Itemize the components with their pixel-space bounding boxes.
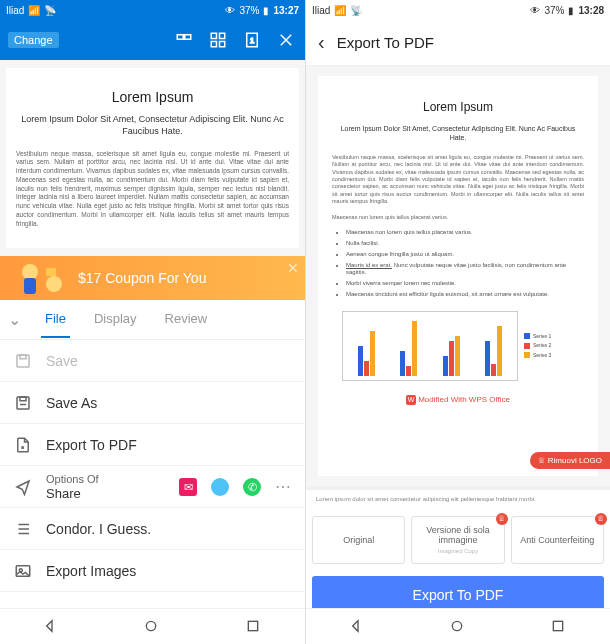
tab-bar: ⌄ File Display Review (0, 300, 305, 340)
recent-icon[interactable] (245, 618, 263, 636)
svg-point-25 (452, 621, 461, 630)
svg-rect-1 (185, 35, 191, 40)
menu-condor[interactable]: Condor. I Guess. (0, 508, 305, 550)
status-bar: Iliad 📶 📡 👁 37% ▮ 13:28 (306, 0, 610, 20)
back-icon[interactable] (348, 618, 366, 636)
premium-badge-icon: ♕ (496, 513, 508, 525)
chart-plot (342, 311, 518, 381)
back-icon[interactable]: ‹ (318, 31, 325, 54)
android-nav-bar (306, 608, 610, 644)
doc-bullet: Mauris id ex erat. Nunc vulputate neque … (346, 262, 584, 278)
wps-icon: W (406, 395, 416, 405)
doc-bullet: Nulla facilisi. (346, 240, 584, 248)
option-anticounterfeit[interactable]: Anti Counterfeiting ♕ (511, 516, 604, 564)
svg-rect-11 (24, 278, 36, 294)
mail-icon[interactable]: ✉ (179, 478, 197, 496)
list-icon (14, 520, 32, 538)
recent-icon[interactable] (550, 618, 568, 636)
menu-export-images[interactable]: Export Images (0, 550, 305, 592)
bar-group (400, 321, 417, 376)
svg-rect-2 (211, 33, 216, 38)
eye-icon: 👁 (225, 5, 235, 16)
option-original[interactable]: Original (312, 516, 405, 564)
document-area[interactable]: Lorem Ipsum Lorem Ipsum Dolor Sit Amet, … (0, 60, 305, 256)
doc-paragraph: Maecenas non lorem quis tellus placerat … (332, 214, 584, 221)
more-icon[interactable]: ⋯ (275, 477, 291, 496)
legend-item: Series 1 (524, 333, 574, 340)
save-as-icon (14, 394, 32, 412)
doc-bullet: Maecenas non lorem quis tellus placerat … (346, 229, 584, 237)
home-icon[interactable] (143, 618, 161, 636)
bar (455, 336, 460, 376)
menu-label: Share (46, 486, 165, 501)
preview-page: Lorem Ipsum Lorem Ipsum Dolor Sit Amet, … (318, 76, 598, 476)
grid-icon[interactable] (207, 29, 229, 51)
menu-label: Options Of (46, 473, 165, 486)
svg-rect-13 (46, 268, 56, 276)
coupon-illustration (10, 258, 70, 298)
cloud-icon[interactable] (211, 478, 229, 496)
doc-bullet: Morbi viverra semper lorem nec molestie. (346, 280, 584, 288)
change-badge[interactable]: Change (8, 32, 59, 48)
bar (443, 356, 448, 376)
doc-paragraph: Vestibulum neque massa, scelerisque sit … (16, 150, 289, 229)
option-image-version[interactable]: Versione di sola immagine Imagined Copy … (411, 516, 504, 564)
svg-rect-24 (248, 621, 257, 630)
legend-item: Series 2 (524, 342, 574, 349)
page-number-icon[interactable]: 1 (241, 29, 263, 51)
doc-bullet: Maecenas tincidunt est efficitur ligula … (346, 291, 584, 299)
svg-point-23 (147, 621, 156, 630)
tab-file[interactable]: File (41, 301, 70, 338)
close-icon[interactable] (275, 29, 297, 51)
menu-export-pdf[interactable]: Export To PDF (0, 424, 305, 466)
bar (364, 361, 369, 376)
chart-legend: Series 1Series 2Series 3 (524, 311, 574, 381)
svg-text:1: 1 (250, 36, 254, 45)
status-bar: Iliad 📶 📡 👁 37% ▮ 13:27 (0, 0, 305, 20)
menu-save-as[interactable]: Save As (0, 382, 305, 424)
menu-label: Save As (46, 395, 291, 411)
coupon-banner[interactable]: $17 Coupon For You ✕ (0, 256, 305, 300)
doc-bullet: Aenean congue fringilla justo ut aliquam… (346, 251, 584, 259)
svg-rect-0 (177, 35, 183, 40)
page-title: Export To PDF (337, 34, 434, 51)
eye-icon: 👁 (530, 5, 540, 16)
battery-pct: 37% (239, 5, 259, 16)
doc-subtitle: Lorem Ipsum Dolor Sit Amet, Consectetur … (332, 124, 584, 142)
tab-review[interactable]: Review (161, 301, 212, 338)
doc-title: Lorem Ipsum (332, 100, 584, 116)
thumbnail-icon[interactable] (173, 29, 195, 51)
battery-icon: ▮ (568, 5, 574, 16)
menu-share[interactable]: Options Of Share ✉ ✆ ⋯ (0, 466, 305, 508)
battery-icon: ▮ (263, 5, 269, 16)
svg-rect-16 (17, 397, 29, 409)
menu-save[interactable]: Save (0, 340, 305, 382)
chevron-down-icon[interactable]: ⌄ (8, 310, 21, 329)
bar (400, 351, 405, 376)
carrier: Iliad (6, 5, 24, 16)
home-icon[interactable] (449, 618, 467, 636)
remove-logo-button[interactable]: ♕ Rimuovi LOGO (530, 452, 610, 469)
menu-label: Export Images (46, 563, 291, 579)
bar-group (358, 331, 375, 376)
doc-paragraph: Vestibulum neque massa, scelerisque sit … (332, 154, 584, 206)
bar (497, 326, 502, 376)
back-icon[interactable] (42, 618, 60, 636)
document-page: Lorem Ipsum Lorem Ipsum Dolor Sit Amet, … (6, 68, 299, 248)
share-icon (14, 478, 32, 496)
bar (370, 331, 375, 376)
wps-watermark: W Modified With WPS Office (332, 395, 584, 405)
whatsapp-icon[interactable]: ✆ (243, 478, 261, 496)
bar (358, 346, 363, 376)
tab-display[interactable]: Display (90, 301, 141, 338)
close-icon[interactable]: ✕ (287, 260, 299, 276)
clock: 13:28 (578, 5, 604, 16)
preview-area[interactable]: Lorem Ipsum Lorem Ipsum Dolor Sit Amet, … (306, 66, 610, 486)
legend-item: Series 3 (524, 352, 574, 359)
battery-pct: 37% (544, 5, 564, 16)
bar (491, 364, 496, 376)
export-options: Original Versione di sola immagine Imagi… (306, 508, 610, 572)
android-nav-bar (0, 608, 305, 644)
doc-subtitle: Lorem Ipsum Dolor Sit Amet, Consectetur … (16, 114, 289, 137)
coupon-text: $17 Coupon For You (78, 270, 206, 286)
